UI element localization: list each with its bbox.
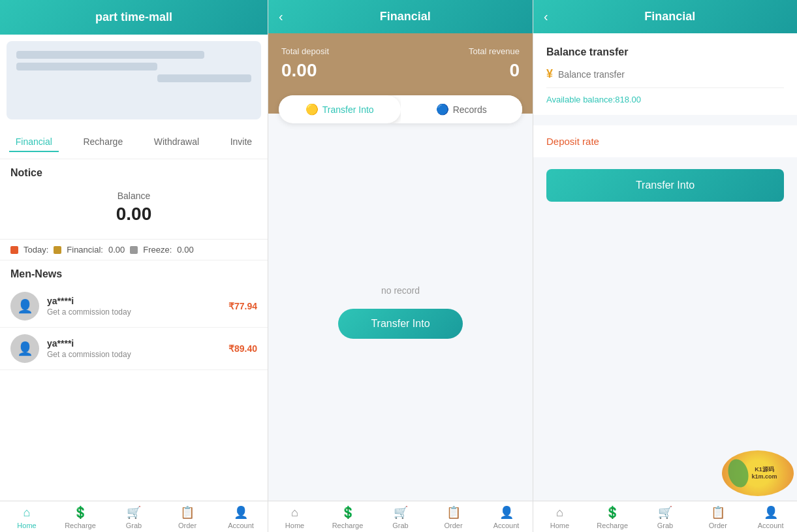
right-back-button[interactable]: ‹ [544,9,548,24]
tabs: 🟡 Transfer Into 🔵 Records [279,95,522,123]
stats-row: Today: Financial: 0.00 Freeze: 0.00 [0,239,268,260]
left-nav-home-label: Home [17,522,36,529]
news-desc-1: Get a commission today [47,307,221,317]
middle-back-button[interactable]: ‹ [279,9,283,24]
news-item-1: 👤 ya****i Get a commission today ₹77.94 [0,285,268,328]
nav-financial[interactable]: Financial [9,133,59,152]
banner-area [7,41,261,119]
middle-order-icon: 📋 [446,505,461,520]
total-revenue: Total revenue 0 [469,46,520,81]
right-home-icon: ⌂ [556,506,563,520]
left-nav-grab-label: Grab [126,522,142,529]
avatar-1: 👤 [10,292,39,321]
right-nav-home[interactable]: ⌂ Home [543,506,576,529]
right-account-label: Account [758,522,784,529]
banner-line-1 [16,51,204,59]
avatar-2: 👤 [10,334,39,363]
right-title: Financial [554,10,787,23]
total-deposit-value: 0.00 [281,60,329,81]
total-deposit: Total deposit 0.00 [281,46,329,81]
financial-label: Financial: [67,245,103,255]
tab-records[interactable]: 🔵 Records [401,95,523,123]
records-tab-label: Records [453,104,487,115]
deposit-rate-title: Deposit rate [546,136,784,147]
freeze-dot [130,246,138,254]
middle-bottom-nav: ⌂ Home 💲 Recharge 🛒 Grab 📋 Order 👤 Accou… [268,501,533,532]
middle-grab-icon: 🛒 [394,505,408,520]
news-amount-1: ₹77.94 [228,301,257,311]
tab-transfer-into[interactable]: 🟡 Transfer Into [279,95,401,123]
right-nav-order[interactable]: 📋 Order [702,505,734,529]
middle-home-label: Home [285,522,304,529]
news-name-1: ya****i [47,296,221,306]
balance-input-row: ¥ [546,67,784,88]
watermark-circle: K1源码k1m.com [722,450,794,496]
news-name-2: ya****i [47,338,221,349]
left-nav-account[interactable]: 👤 Account [225,505,257,529]
left-nav-grab[interactable]: 🛒 Grab [117,505,150,529]
nav-recharge[interactable]: Recharge [76,133,129,152]
news-item-2: 👤 ya****i Get a commission today ₹89.40 [0,328,268,370]
no-record-text: no record [381,285,420,296]
right-grab-label: Grab [657,522,673,529]
balance-value: 0.00 [17,204,251,225]
home-icon: ⌂ [23,506,31,520]
divider [533,120,797,125]
news-amount-2: ₹89.40 [228,343,257,354]
middle-header: ‹ Financial [268,0,533,33]
right-recharge-label: Recharge [597,522,628,529]
right-recharge-icon: 💲 [605,505,619,520]
deposit-rest: eposit rate [554,136,599,147]
freeze-label: Freeze: [143,245,172,255]
financial-value: 0.00 [108,245,125,255]
left-panel: part time-mall Financial Recharge Withdr… [0,0,268,532]
available-balance: Available balance:818.00 [546,95,784,104]
middle-nav-grab[interactable]: 🛒 Grab [384,505,417,529]
total-revenue-label: Total revenue [469,46,520,56]
news-text-2: ya****i Get a commission today [47,338,221,359]
left-nav: Financial Recharge Withdrawal Invite [0,126,268,159]
left-nav-home[interactable]: ⌂ Home [10,506,43,529]
balance-transfer-section: Balance transfer ¥ Available balance:818… [533,33,797,115]
balance-label: Balance [17,191,251,201]
today-dot [10,246,18,254]
right-nav-recharge[interactable]: 💲 Recharge [596,505,629,529]
middle-title: Financial [289,10,522,23]
right-panel: ‹ Financial Balance transfer ¥ Available… [533,0,797,532]
transfer-into-button[interactable]: Transfer Into [338,309,462,339]
middle-home-icon: ⌂ [291,506,298,520]
middle-nav-home[interactable]: ⌂ Home [279,506,311,529]
right-order-icon: 📋 [711,505,725,520]
today-label: Today: [23,245,48,255]
middle-nav-account[interactable]: 👤 Account [490,505,523,529]
grab-icon: 🛒 [127,505,141,520]
right-transfer-button[interactable]: Transfer Into [546,169,784,202]
banner-line-2 [16,63,157,70]
right-header: ‹ Financial [533,0,797,33]
balance-transfer-title: Balance transfer [546,46,784,58]
balance-transfer-input[interactable] [558,69,784,80]
right-order-label: Order [709,522,727,529]
yen-symbol: ¥ [546,67,553,81]
left-nav-recharge[interactable]: 💲 Recharge [64,505,97,529]
total-revenue-value: 0 [469,60,520,81]
left-bottom-nav: ⌂ Home 💲 Recharge 🛒 Grab 📋 Order 👤 Accou… [0,501,268,532]
middle-recharge-icon: 💲 [341,505,355,520]
left-nav-order-label: Order [178,522,196,529]
left-nav-order[interactable]: 📋 Order [171,505,204,529]
right-grab-icon: 🛒 [658,505,672,520]
nav-invite[interactable]: Invite [224,133,258,152]
financial-dot [54,246,61,254]
middle-nav-recharge[interactable]: 💲 Recharge [332,505,364,529]
middle-nav-order[interactable]: 📋 Order [437,505,470,529]
right-nav-account[interactable]: 👤 Account [755,505,787,529]
middle-order-label: Order [444,522,462,529]
middle-content: no record Transfer Into [268,123,533,501]
right-home-label: Home [550,522,569,529]
nav-withdrawal[interactable]: Withdrawal [148,133,206,152]
middle-panel: ‹ Financial Total deposit 0.00 Total rev… [268,0,533,532]
right-nav-grab[interactable]: 🛒 Grab [649,505,681,529]
left-nav-account-label: Account [228,522,254,529]
notice-title: Notice [0,159,268,184]
app-title: part time-mall [0,0,268,35]
